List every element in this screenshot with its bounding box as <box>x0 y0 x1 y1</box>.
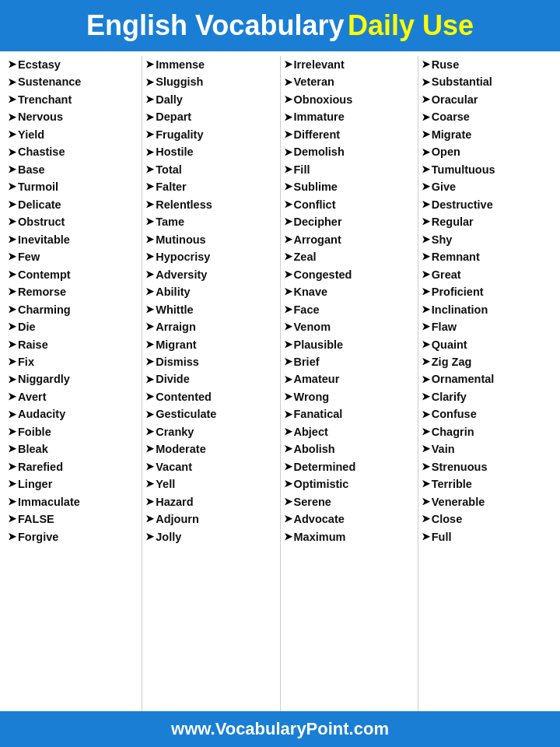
arrow-icon: ➤ <box>422 319 430 335</box>
list-item: ➤Bleak <box>8 440 138 458</box>
word-label: Die <box>18 318 36 335</box>
list-item: ➤Chastise <box>8 143 138 160</box>
list-item: ➤Abolish <box>284 440 415 458</box>
word-label: Few <box>18 248 40 265</box>
word-label: Delicate <box>18 196 61 213</box>
word-label: Fix <box>18 353 34 370</box>
list-item: ➤Give <box>422 178 552 195</box>
arrow-icon: ➤ <box>422 337 430 352</box>
word-label: Tame <box>156 213 184 230</box>
list-item: ➤Venom <box>284 318 415 335</box>
word-label: Inevitable <box>18 231 70 248</box>
footer: www.VocabularyPoint.com <box>0 711 560 747</box>
list-item: ➤Inclination <box>422 301 552 318</box>
header-title-white: English Vocabulary <box>86 9 344 41</box>
list-item: ➤Knave <box>284 283 415 300</box>
arrow-icon: ➤ <box>284 354 292 370</box>
header: English Vocabulary Daily Use <box>0 0 560 51</box>
arrow-icon: ➤ <box>284 459 292 475</box>
list-item: ➤Rarefied <box>8 458 138 475</box>
arrow-icon: ➤ <box>145 267 154 282</box>
arrow-icon: ➤ <box>8 459 16 475</box>
arrow-icon: ➤ <box>422 284 430 300</box>
list-item: ➤Regular <box>422 213 552 230</box>
list-item: ➤Face <box>284 301 415 318</box>
word-label: Give <box>432 178 456 195</box>
word-label: Forgive <box>18 528 58 545</box>
word-label: Yield <box>18 126 44 143</box>
list-item: ➤Plausible <box>284 336 415 353</box>
list-item: ➤Shy <box>422 231 552 248</box>
word-label: Veteran <box>294 73 334 90</box>
arrow-icon: ➤ <box>145 249 154 265</box>
list-item: ➤Falter <box>145 178 276 195</box>
word-label: Open <box>432 143 460 160</box>
word-label: Optimistic <box>294 475 349 493</box>
list-item: ➤Delicate <box>8 196 138 213</box>
list-item: ➤Fanatical <box>284 405 415 423</box>
arrow-icon: ➤ <box>145 92 154 107</box>
list-item: ➤Vacant <box>145 458 276 475</box>
word-label: Whittle <box>156 301 193 318</box>
list-item: ➤Obstruct <box>8 213 138 230</box>
word-label: Ruse <box>432 56 459 73</box>
list-item: ➤Substantial <box>422 73 552 90</box>
arrow-icon: ➤ <box>145 494 154 510</box>
list-item: ➤Few <box>8 248 138 265</box>
arrow-icon: ➤ <box>422 511 430 527</box>
arrow-icon: ➤ <box>284 75 292 90</box>
word-label: Irrelevant <box>294 56 345 73</box>
word-label: Proficient <box>432 283 484 300</box>
arrow-icon: ➤ <box>422 389 430 405</box>
arrow-icon: ➤ <box>145 284 154 300</box>
arrow-icon: ➤ <box>422 424 430 440</box>
list-item: ➤Venerable <box>422 493 552 510</box>
list-item: ➤Nervous <box>8 108 138 125</box>
list-item: ➤Veteran <box>284 73 415 90</box>
arrow-icon: ➤ <box>284 110 292 125</box>
arrow-icon: ➤ <box>284 476 292 492</box>
arrow-icon: ➤ <box>284 319 292 335</box>
word-label: Charming <box>18 301 71 318</box>
arrow-icon: ➤ <box>8 424 16 440</box>
list-item: ➤Yield <box>8 126 138 143</box>
word-label: Arrogant <box>294 231 341 248</box>
word-label: Chastise <box>18 143 65 160</box>
word-label: Terrible <box>432 475 472 493</box>
arrow-icon: ➤ <box>422 232 430 247</box>
arrow-icon: ➤ <box>8 110 16 125</box>
arrow-icon: ➤ <box>422 494 430 510</box>
word-label: Moderate <box>156 440 205 458</box>
list-item: ➤Frugality <box>145 126 276 143</box>
list-item: ➤Chagrin <box>422 423 552 440</box>
arrow-icon: ➤ <box>145 372 154 388</box>
list-item: ➤Moderate <box>145 440 276 458</box>
word-label: Fanatical <box>294 405 343 423</box>
list-item: ➤Forgive <box>8 528 138 545</box>
arrow-icon: ➤ <box>145 302 154 317</box>
word-label: Bleak <box>18 440 48 458</box>
list-item: ➤Demolish <box>284 143 415 160</box>
arrow-icon: ➤ <box>284 179 292 195</box>
word-label: Zig Zag <box>432 353 472 370</box>
word-label: Adversity <box>156 266 207 283</box>
list-item: ➤Abject <box>284 423 415 440</box>
arrow-icon: ➤ <box>145 441 154 457</box>
arrow-icon: ➤ <box>8 57 16 72</box>
list-item: ➤Decipher <box>284 213 415 230</box>
list-item: ➤Zig Zag <box>422 353 552 370</box>
list-item: ➤Maximum <box>284 528 415 545</box>
arrow-icon: ➤ <box>422 110 430 125</box>
list-item: ➤Raise <box>8 336 138 353</box>
word-label: Coarse <box>432 108 470 125</box>
arrow-icon: ➤ <box>8 145 16 160</box>
word-label: Hazard <box>156 493 193 510</box>
list-item: ➤Depart <box>145 108 276 125</box>
word-label: Base <box>18 161 45 178</box>
word-label: Falter <box>156 178 187 195</box>
list-item: ➤Flaw <box>422 318 552 335</box>
word-label: Vacant <box>156 458 192 475</box>
word-label: Ability <box>156 283 190 300</box>
list-item: ➤Immaculate <box>8 493 138 510</box>
arrow-icon: ➤ <box>422 75 430 90</box>
